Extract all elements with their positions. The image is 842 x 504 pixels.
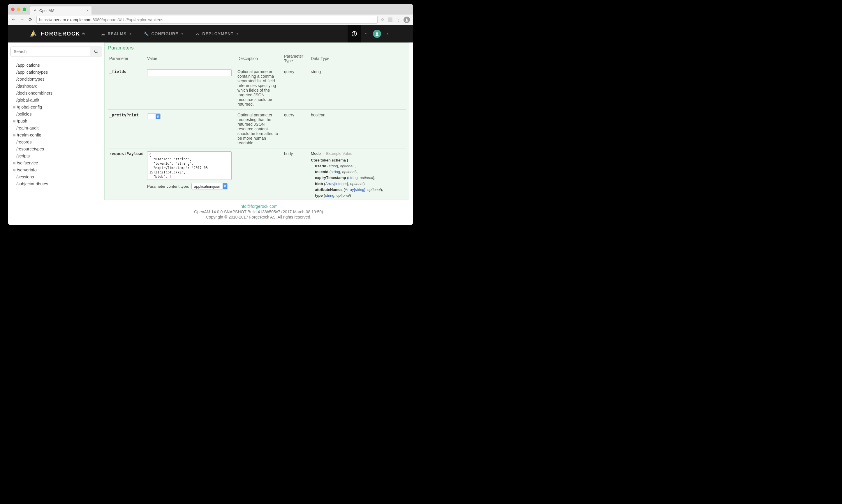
caret-down-icon[interactable]: ▼ — [361, 32, 371, 35]
tree-item[interactable]: /applicationtypes — [9, 69, 103, 76]
param-datatype: Model|Example ValueCore token schema {us… — [309, 148, 406, 200]
search-button[interactable] — [90, 47, 102, 56]
example-value-tab[interactable]: Example Value — [326, 151, 352, 156]
nav-configure[interactable]: 🔧 CONFIGURE ▼ — [138, 32, 190, 36]
help-button[interactable]: ? — [348, 25, 361, 42]
param-textarea[interactable] — [147, 151, 231, 180]
tree-item[interactable]: ⊞/serverinfo — [9, 166, 103, 174]
tree-item-label: /scripts — [16, 154, 30, 158]
param-row: _prettyPrint⇵Optional parameter requesti… — [107, 110, 406, 148]
param-value-cell — [145, 66, 236, 110]
svg-point-0 — [406, 18, 408, 20]
col-dtype: Data Type — [309, 52, 406, 66]
tree-item-label: /push — [17, 119, 27, 123]
search-input[interactable] — [11, 47, 90, 56]
tree-item-label: /subjectattributes — [16, 182, 48, 186]
tree-item-label: /applications — [16, 63, 40, 68]
tree-item[interactable]: /records — [9, 139, 103, 145]
api-tree: /applications/applicationtypes/condition… — [9, 62, 103, 187]
tree-item[interactable]: /applications — [9, 62, 103, 69]
footer-email-link[interactable]: info@forgerock.com — [240, 204, 278, 209]
tree-item-label: /dashboard — [16, 84, 38, 88]
expand-icon[interactable]: ⊞ — [12, 162, 16, 165]
parameters-panel: Parameters Parameter Value Description P… — [104, 42, 409, 200]
tree-item-label: /global-audit — [16, 98, 39, 103]
browser-window: OpenAM × ← → ⟳ https://openam.example.co… — [8, 4, 413, 224]
parameters-title: Parameters — [107, 44, 406, 52]
tree-item[interactable]: /resourcetypes — [9, 145, 103, 152]
tree-item-label: /conditiontypes — [16, 77, 45, 82]
param-name: _fields — [107, 66, 145, 110]
content-type-value: application/json — [192, 184, 223, 188]
expand-icon[interactable]: ⊞ — [12, 133, 16, 137]
help-icon: ? — [352, 31, 357, 36]
tree-item-label: /policies — [16, 112, 32, 116]
footer-build: OpenAM 14.0.0-SNAPSHOT Build 4138b505c7 … — [104, 210, 413, 214]
param-value-cell: Parameter content type:application/json⇵ — [145, 148, 236, 200]
tree-item-label: /selfservice — [17, 161, 38, 165]
nav-configure-label: CONFIGURE — [151, 32, 178, 36]
back-button[interactable]: ← — [11, 17, 16, 22]
nav-realms[interactable]: ☁ REALMS ▼ — [95, 32, 138, 36]
brand-text: FORGEROCK — [41, 31, 80, 37]
nav-items: ☁ REALMS ▼ 🔧 CONFIGURE ▼ ⛬ DEPLOYMENT ▼ — [95, 32, 245, 36]
tree-item[interactable]: ⊞/selfservice — [9, 160, 103, 166]
reload-button[interactable]: ⟳ — [29, 17, 32, 22]
forward-button[interactable]: → — [20, 17, 24, 22]
tree-item[interactable]: /scripts — [9, 152, 103, 160]
profile-button[interactable] — [403, 17, 410, 23]
tree-item[interactable]: ⊞/realm-config — [9, 131, 103, 139]
maximize-window-button[interactable] — [23, 7, 26, 11]
browser-tab[interactable]: OpenAM × — [30, 6, 91, 15]
close-window-button[interactable] — [11, 7, 15, 11]
brand-logo[interactable]: FORGEROCK® — [29, 29, 85, 39]
tree-item[interactable]: /dashboard — [9, 83, 103, 90]
url-path: :8080/openam/XUI/#api/explorer/tokens — [91, 17, 164, 22]
caret-down-icon[interactable]: ▼ — [383, 32, 393, 35]
window-controls — [11, 7, 30, 11]
col-parameter: Parameter — [107, 52, 145, 66]
url-scheme: https:// — [39, 17, 51, 22]
tree-item[interactable]: /global-audit — [9, 96, 103, 104]
tree-item[interactable]: /conditiontypes — [9, 76, 103, 83]
wrench-icon: 🔧 — [144, 32, 149, 36]
tree-item[interactable]: ⊞/global-config — [9, 104, 103, 111]
minimize-window-button[interactable] — [17, 7, 20, 11]
nav-buttons: ← → ⟳ — [11, 17, 36, 22]
url-input[interactable]: https://openam.example.com:8080/openam/X… — [36, 16, 378, 23]
content-type-select[interactable]: application/json⇵ — [191, 183, 227, 190]
schema-block: Core token schema {userId (string, optio… — [311, 158, 405, 200]
expand-icon[interactable]: ⊞ — [12, 106, 16, 109]
tree-item-label: /resourcetypes — [16, 147, 44, 151]
expand-icon[interactable]: ⊞ — [12, 168, 16, 172]
param-type: body — [282, 148, 309, 200]
extension-icon[interactable] — [388, 17, 393, 22]
expand-icon[interactable]: ⊞ — [12, 120, 16, 123]
tree-item[interactable]: ⊞/push — [9, 118, 103, 125]
tree-item[interactable]: /realm-audit — [9, 125, 103, 131]
user-avatar[interactable] — [373, 30, 381, 38]
tree-item[interactable]: /subjectattributes — [9, 180, 103, 187]
tree-item[interactable]: /sessions — [9, 174, 103, 180]
tree-item-label: /realm-audit — [16, 126, 39, 130]
footer-copyright: Copyright © 2010-2017 ForgeRock AS. All … — [104, 215, 413, 219]
tree-item-label: /serverinfo — [17, 168, 37, 172]
menu-icon[interactable]: ⋮ — [396, 17, 401, 22]
address-bar: ← → ⟳ https://openam.example.com:8080/op… — [8, 15, 413, 25]
select-arrow-icon: ⇵ — [156, 114, 160, 119]
caret-down-icon: ▼ — [236, 32, 239, 36]
param-text-input[interactable] — [147, 69, 231, 76]
parameters-table: Parameter Value Description Parameter Ty… — [107, 52, 406, 200]
model-tab[interactable]: Model — [311, 151, 322, 156]
user-icon — [375, 32, 379, 36]
search-row — [11, 47, 102, 56]
tree-item[interactable]: /policies — [9, 111, 103, 118]
bookmark-icon[interactable]: ☆ — [380, 17, 384, 22]
param-select[interactable]: ⇵ — [147, 113, 160, 119]
nav-deployment[interactable]: ⛬ DEPLOYMENT ▼ — [190, 32, 245, 36]
param-row: _fieldsOptional parameter containing a c… — [107, 66, 406, 110]
content-type-label: Parameter content type: — [147, 184, 189, 188]
close-tab-icon[interactable]: × — [86, 8, 89, 13]
footer: info@forgerock.com OpenAM 14.0.0-SNAPSHO… — [104, 200, 413, 224]
tree-item[interactable]: /decisioncombiners — [9, 90, 103, 96]
